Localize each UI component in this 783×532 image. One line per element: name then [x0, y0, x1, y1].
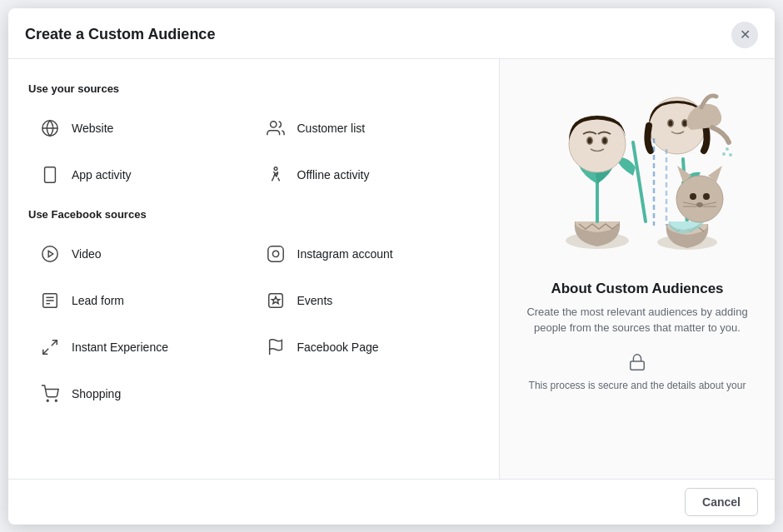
option-events[interactable]: Events [254, 277, 480, 324]
mobile-icon [38, 163, 62, 186]
close-icon: ✕ [740, 27, 751, 42]
option-offline-activity[interactable]: Offline activity [254, 152, 480, 198]
right-panel-description: Create the most relevant audiences by ad… [520, 304, 755, 336]
your-sources-grid: Website Customer list App [28, 105, 479, 198]
option-events-label: Events [297, 294, 333, 307]
svg-point-41 [690, 193, 696, 200]
option-website[interactable]: Website [28, 105, 254, 152]
option-facebook-page[interactable]: Facebook Page [254, 324, 480, 370]
svg-point-19 [55, 400, 57, 401]
svg-point-36 [683, 120, 687, 126]
facebook-sources-label: Use Facebook sources [28, 208, 479, 221]
svg-rect-53 [631, 361, 645, 370]
facebook-sources-grid: Video Instagram account Le [28, 231, 479, 417]
svg-point-5 [42, 246, 57, 261]
svg-point-49 [729, 153, 732, 157]
cart-icon [38, 382, 62, 405]
lock-icon [628, 353, 646, 375]
close-button[interactable]: ✕ [731, 22, 758, 48]
secure-text: This process is secure and the details a… [529, 380, 746, 391]
option-shopping[interactable]: Shopping [28, 370, 254, 417]
svg-marker-6 [48, 251, 53, 256]
option-customer-list[interactable]: Customer list [254, 105, 480, 152]
svg-point-43 [696, 202, 703, 207]
option-offline-activity-label: Offline activity [297, 168, 370, 181]
modal-title: Create a Custom Audience [25, 26, 215, 43]
custom-audiences-illustration [537, 76, 737, 267]
option-lead-form-label: Lead form [72, 294, 124, 307]
right-panel: About Custom Audiences Create the most r… [500, 59, 775, 479]
people-icon [264, 117, 287, 140]
option-video[interactable]: Video [28, 231, 254, 277]
modal-header: Create a Custom Audience ✕ [8, 8, 775, 59]
svg-line-23 [633, 142, 646, 221]
option-shopping-label: Shopping [72, 387, 121, 400]
star-badge-icon [264, 289, 287, 312]
option-facebook-page-label: Facebook Page [297, 341, 379, 354]
svg-rect-2 [45, 167, 56, 181]
option-instagram-label: Instagram account [297, 247, 393, 261]
modal-footer: Cancel [8, 479, 775, 525]
option-website-label: Website [72, 122, 113, 135]
svg-point-50 [722, 152, 726, 156]
flag-icon [264, 336, 287, 359]
your-sources-label: Use your sources [28, 82, 479, 95]
secure-section: This process is secure and the details a… [529, 353, 746, 391]
modal-body: Use your sources Website Cus [8, 59, 775, 479]
svg-point-18 [47, 400, 48, 401]
left-panel: Use your sources Website Cus [8, 59, 500, 479]
cancel-button[interactable]: Cancel [685, 488, 758, 516]
option-app-activity[interactable]: App activity [28, 152, 254, 198]
svg-point-42 [703, 193, 710, 200]
svg-rect-7 [267, 246, 282, 261]
option-instagram[interactable]: Instagram account [254, 231, 480, 277]
svg-point-4 [274, 167, 277, 170]
lead-form-icon [38, 289, 62, 312]
svg-point-1 [270, 121, 276, 127]
svg-line-15 [52, 340, 57, 345]
option-lead-form[interactable]: Lead form [28, 277, 254, 324]
svg-point-29 [588, 137, 592, 143]
svg-point-48 [726, 147, 729, 151]
svg-marker-14 [272, 296, 279, 303]
modal: Create a Custom Audience ✕ Use your sour… [8, 8, 775, 525]
expand-icon [38, 336, 62, 359]
svg-line-16 [43, 348, 48, 353]
play-circle-icon [38, 242, 62, 266]
right-panel-title: About Custom Audiences [551, 281, 723, 297]
option-video-label: Video [72, 247, 102, 261]
option-customer-list-label: Customer list [297, 122, 366, 135]
option-instant-experience-label: Instant Experience [72, 341, 168, 354]
modal-overlay: Create a Custom Audience ✕ Use your sour… [0, 0, 783, 532]
instagram-icon [264, 242, 287, 266]
option-app-activity-label: App activity [72, 168, 132, 181]
option-instant-experience[interactable]: Instant Experience [28, 324, 254, 370]
globe-icon [38, 117, 62, 140]
person-run-icon [264, 163, 287, 186]
svg-point-30 [603, 137, 607, 143]
svg-point-35 [669, 120, 673, 126]
